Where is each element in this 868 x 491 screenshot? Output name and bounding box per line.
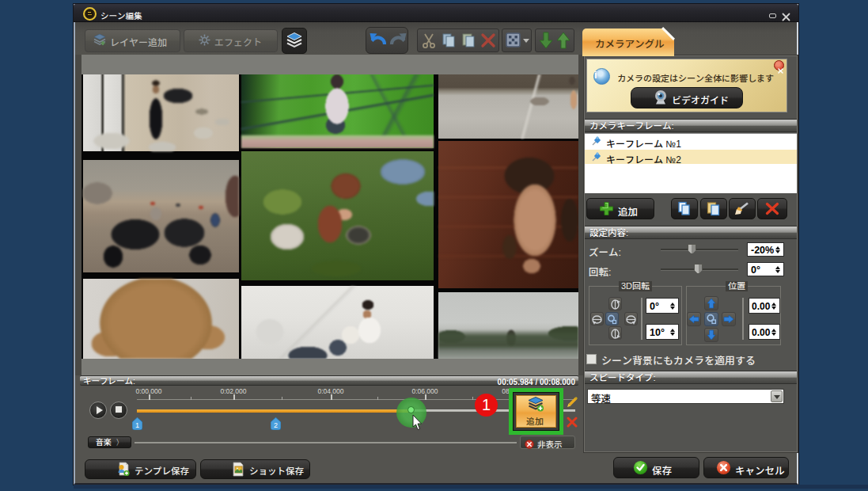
svg-text:1: 1 <box>135 421 139 429</box>
svg-text:2: 2 <box>274 421 278 429</box>
